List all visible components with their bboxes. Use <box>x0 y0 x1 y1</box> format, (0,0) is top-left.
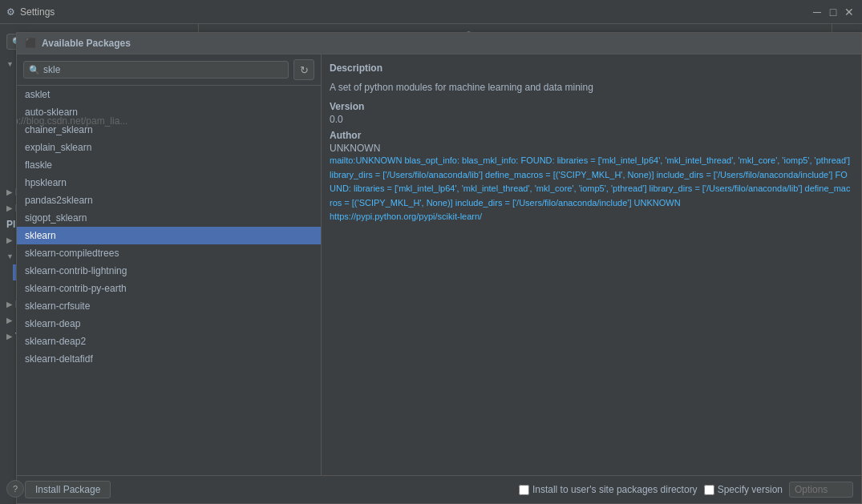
author-label: Author <box>330 130 832 141</box>
available-packages-modal: ⬛ Available Packages 🔍 ↻ <box>199 32 832 504</box>
titlebar-controls: ─ □ ✕ <box>811 6 856 18</box>
list-item[interactable]: sklearn-deap2 <box>199 333 321 350</box>
install-options: Install to user's site packages director… <box>519 482 832 498</box>
specify-version-label: Specify version <box>718 484 783 495</box>
maximize-button[interactable]: □ <box>827 6 840 18</box>
refresh-icon: ↻ <box>300 64 309 76</box>
options-input[interactable] <box>789 482 832 498</box>
minimize-button[interactable]: ─ <box>811 6 824 18</box>
modal-titlebar: ⬛ Available Packages <box>199 33 832 54</box>
chevron-right-icon: ▶ <box>6 317 12 325</box>
main-content: 🔍 ▼ Appearance & Behavior Appearance Men… <box>0 24 862 504</box>
modal-left: 🔍 ↻ asklet auto-sklearn chainer_sklearn <box>199 54 322 475</box>
list-item[interactable]: asklet <box>199 86 321 103</box>
install-to-user-checkbox[interactable] <box>519 485 529 495</box>
version-value: 0.0 <box>330 114 832 125</box>
list-item[interactable]: sklearn-crfsuite <box>199 297 321 315</box>
app-icon: ⚙ <box>6 6 15 18</box>
specify-version-checkbox[interactable] <box>704 485 714 495</box>
right-panel: Project: BasicPythonPrograms › Project I… <box>199 24 832 504</box>
list-item[interactable]: sigopt_sklearn <box>199 209 321 227</box>
chevron-down-icon: ▼ <box>6 60 14 68</box>
titlebar: ⚙ Settings ─ □ ✕ <box>0 0 862 24</box>
specify-version-checkbox-row[interactable]: Specify version <box>704 484 783 495</box>
list-item[interactable]: explain_sklearn <box>199 139 321 156</box>
window-title: Settings <box>20 6 55 18</box>
titlebar-left: ⚙ Settings <box>6 6 55 18</box>
chevron-right-icon: ▶ <box>6 204 12 212</box>
refresh-button[interactable]: ↻ <box>293 59 314 80</box>
list-item[interactable]: sklearn-contrib-py-earth <box>199 280 321 297</box>
list-item[interactable]: pandas2sklearn <box>199 192 321 209</box>
list-item-sklearn[interactable]: sklearn <box>199 227 321 244</box>
list-item[interactable]: sklearn-contrib-lightning <box>199 262 321 280</box>
packages-list: asklet auto-sklearn chainer_sklearn http… <box>199 86 321 475</box>
version-label: Version <box>330 101 832 112</box>
install-to-user-checkbox-row[interactable]: Install to user's site packages director… <box>519 484 698 495</box>
modal-right-description: Description A set of python modules for … <box>322 54 832 475</box>
list-item[interactable]: auto-sklearn <box>199 103 321 121</box>
close-button[interactable]: ✕ <box>843 6 856 18</box>
chevron-right-icon: ▶ <box>6 236 12 244</box>
modal-footer: Install Package Install to user's site p… <box>199 475 832 503</box>
list-item[interactable]: sklearn-deltafidf <box>199 350 321 368</box>
available-packages-search-input[interactable] <box>199 64 283 75</box>
modal-search-box[interactable]: 🔍 <box>199 61 289 79</box>
author-value: UNKNOWN <box>330 143 832 154</box>
install-to-user-label: Install to user's site packages director… <box>532 484 698 495</box>
description-links[interactable]: mailto:UNKNOWN blas_opt_info: blas_mkl_i… <box>330 154 832 224</box>
chevron-down-icon: ▼ <box>6 252 14 260</box>
chevron-right-icon: ▶ <box>6 333 12 341</box>
chevron-right-icon: ▶ <box>6 300 12 308</box>
chevron-right-icon: ▶ <box>6 188 12 196</box>
list-item[interactable]: hpsklearn <box>199 174 321 192</box>
list-item[interactable]: sklearn-deap <box>199 315 321 333</box>
description-heading: Description <box>330 62 832 74</box>
settings-window: ⚙ Settings ─ □ ✕ 🔍 ▼ Appearance & Behavi… <box>0 0 862 504</box>
modal-body: 🔍 ↻ asklet auto-sklearn chainer_sklearn <box>199 54 832 475</box>
list-item[interactable]: sklearn-compiledtrees <box>199 244 321 262</box>
list-item[interactable]: chainer_sklearn http://blog.csdn.net/pam… <box>199 121 321 139</box>
list-item[interactable]: flaskle <box>199 156 321 174</box>
modal-search: 🔍 ↻ <box>199 54 321 86</box>
description-text: A set of python modules for machine lear… <box>330 80 832 95</box>
